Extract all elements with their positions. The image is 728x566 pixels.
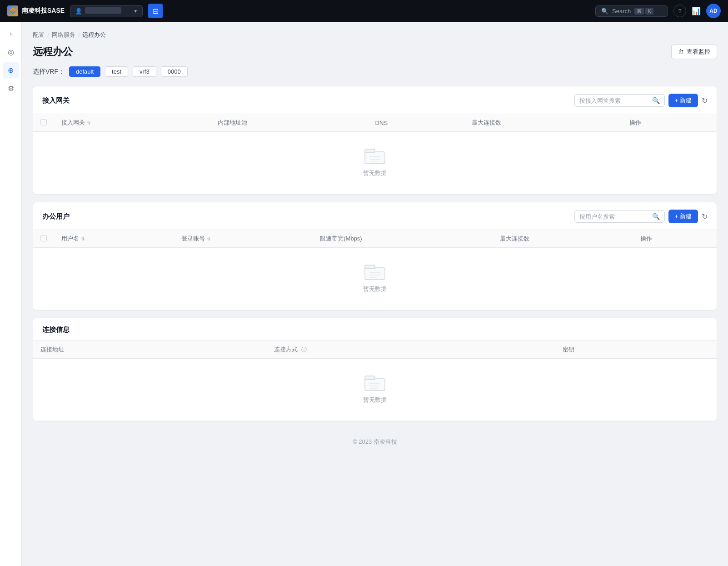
user-col-bandwidth: 限速带宽(Mbps) (313, 230, 493, 248)
user-header-checkbox[interactable] (40, 235, 47, 241)
breadcrumb: 配置 / 网络服务 / 远程办公 (33, 31, 717, 39)
user-search-button[interactable]: 🔍 (648, 210, 664, 222)
help-icon[interactable]: ? (673, 5, 686, 17)
user-new-button[interactable]: + 新建 (668, 210, 698, 223)
user-table-wrap: 用户名⇅ 登录账号⇅ 限速带宽(Mbps) 最大连接数 操作 (33, 230, 717, 310)
gateway-col-name: 接入网关⇅ (54, 114, 210, 132)
brand-logo-area: 南凌科技SASE (7, 5, 65, 16)
sidebar: › ◎ ⊕ ⚙ (0, 22, 22, 566)
search-key1: ⌘ (634, 8, 644, 15)
info-icon[interactable]: ⓘ (301, 346, 307, 353)
chevron-down-icon: ▼ (133, 9, 138, 14)
vrf-label: 选择VRF： (33, 68, 65, 76)
gateway-col-max-conn: 最大连接数 (464, 114, 622, 132)
gateway-col-dns: DNS (368, 114, 465, 132)
connection-col-method: 连接方式 ⓘ (267, 341, 555, 359)
gateway-col-pool: 内部地址池 (210, 114, 368, 132)
sidebar-item-collapse[interactable]: › (3, 25, 19, 42)
footer: © 2023 南凌科技 (33, 429, 717, 455)
breadcrumb-network[interactable]: 网络服务 (52, 31, 75, 39)
gateway-section-header: 接入网关 🔍 + 新建 ↻ (33, 86, 717, 114)
user-col-max-conn: 最大连接数 (493, 230, 633, 248)
user-empty-state: 暂无数据 (33, 248, 717, 310)
user-section-header: 办公用户 🔍 + 新建 ↻ (33, 202, 717, 230)
brand-logo-icon (7, 5, 18, 16)
connection-section-title: 连接信息 (42, 326, 70, 334)
user-search-wrap: 🔍 (574, 210, 665, 223)
connection-col-address: 连接地址 (33, 341, 267, 359)
user-col-checkbox (33, 230, 54, 248)
gateway-empty-row: 暂无数据 (33, 132, 717, 194)
connection-table-body: 暂无数据 (33, 359, 717, 421)
gateway-search-button[interactable]: 🔍 (648, 95, 664, 106)
gear-icon: ⚙ (8, 84, 14, 93)
user-table-header-row: 用户名⇅ 登录账号⇅ 限速带宽(Mbps) 最大连接数 操作 (33, 230, 717, 248)
vrf-tag-default[interactable]: default (69, 66, 100, 77)
search-label: Search (612, 8, 631, 15)
user-col-account: 登录账号⇅ (174, 230, 313, 248)
user-section-title: 办公用户 (42, 212, 70, 221)
gateway-section: 接入网关 🔍 + 新建 ↻ 接入网关⇅ (33, 86, 717, 195)
connection-col-key: 密钥 (555, 341, 717, 359)
nav-action-button[interactable]: ⊟ (148, 4, 163, 18)
sidebar-item-settings[interactable]: ⚙ (3, 80, 19, 96)
gateway-table-wrap: 接入网关⇅ 内部地址池 DNS 最大连接数 操作 (33, 114, 717, 194)
search-box[interactable]: 🔍 Search ⌘ K (595, 5, 668, 17)
location-icon: ⊕ (8, 66, 14, 75)
svg-rect-1 (365, 149, 375, 153)
vrf-tag-test[interactable]: test (105, 66, 128, 77)
gateway-new-button[interactable]: + 新建 (668, 94, 698, 107)
connection-empty-icon (363, 373, 387, 391)
page-header: 远程办公 ⏱ 查看监控 (33, 45, 717, 59)
sort-icon: ⇅ (87, 120, 90, 125)
connection-empty-text: 暂无数据 (363, 396, 387, 404)
connection-table-header-row: 连接地址 连接方式 ⓘ 密钥 (33, 341, 717, 359)
sort-icon-account: ⇅ (207, 236, 210, 241)
user-table: 用户名⇅ 登录账号⇅ 限速带宽(Mbps) 最大连接数 操作 (33, 230, 717, 310)
breadcrumb-config[interactable]: 配置 (33, 31, 45, 39)
sort-icon-user: ⇅ (81, 236, 85, 241)
gateway-section-actions: 🔍 + 新建 ↻ (574, 94, 708, 107)
gateway-header-checkbox[interactable] (40, 119, 47, 125)
gateway-empty-state: 暂无数据 (33, 132, 717, 194)
gateway-table-header-row: 接入网关⇅ 内部地址池 DNS 最大连接数 操作 (33, 114, 717, 132)
gateway-empty-icon (363, 146, 387, 165)
sidebar-item-location[interactable]: ⊕ (3, 62, 19, 78)
chevron-right-icon: › (10, 30, 12, 37)
user-refresh-button[interactable]: ↻ (702, 212, 708, 221)
nav-right-area: 🔍 Search ⌘ K ? 📊 AD (595, 4, 721, 18)
gateway-search-wrap: 🔍 (574, 94, 665, 107)
svg-rect-6 (365, 265, 375, 269)
connection-table-wrap: 连接地址 连接方式 ⓘ 密钥 (33, 341, 717, 421)
gateway-refresh-button[interactable]: ↻ (702, 96, 708, 105)
gateway-empty-text: 暂无数据 (363, 169, 387, 177)
connection-section-header: 连接信息 (33, 318, 717, 341)
sidebar-item-home[interactable]: ◎ (3, 44, 19, 60)
vrf-tag-0000[interactable]: 0000 (161, 66, 188, 77)
user-search-input[interactable] (575, 211, 648, 222)
gateway-table-body: 暂无数据 (33, 132, 717, 194)
gateway-search-input[interactable] (575, 95, 648, 106)
search-icon: 🔍 (601, 8, 608, 15)
monitor-icon: ⏱ (678, 49, 684, 55)
page-title: 远程办公 (33, 45, 73, 59)
chart-icon[interactable]: 📊 (692, 7, 701, 15)
user-avatar[interactable]: AD (706, 4, 721, 18)
search-shortcut: ⌘ K (634, 8, 653, 15)
breadcrumb-current: 远程办公 (82, 31, 106, 39)
gateway-section-title: 接入网关 (42, 96, 70, 105)
user-section-actions: 🔍 + 新建 ↻ (574, 210, 708, 223)
nav-selector-value (85, 7, 130, 15)
main-content: 配置 / 网络服务 / 远程办公 远程办公 ⏱ 查看监控 选择VRF： defa… (22, 22, 728, 566)
connection-empty-state: 暂无数据 (33, 359, 717, 421)
vrf-tag-vrf3[interactable]: vrf3 (133, 66, 156, 77)
monitor-button[interactable]: ⏱ 查看监控 (671, 45, 717, 59)
person-icon: 👤 (75, 8, 82, 15)
gateway-col-checkbox (33, 114, 54, 132)
user-empty-text: 暂无数据 (363, 285, 387, 293)
user-empty-row: 暂无数据 (33, 248, 717, 310)
nav-selector[interactable]: 👤 ▼ (70, 5, 143, 17)
top-navigation: 南凌科技SASE 👤 ▼ ⊟ 🔍 Search ⌘ K ? 📊 AD (0, 0, 728, 22)
gateway-col-action: 操作 (622, 114, 717, 132)
gateway-table: 接入网关⇅ 内部地址池 DNS 最大连接数 操作 (33, 114, 717, 194)
